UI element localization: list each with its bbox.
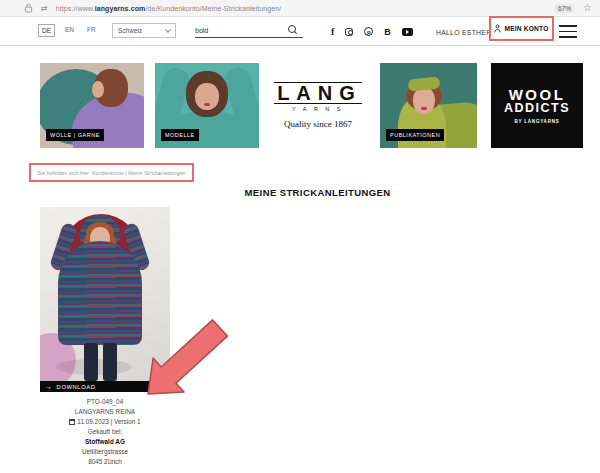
blogger-icon[interactable]: B [384, 27, 391, 37]
pattern-meta: PTO-049_04 LANGYARNS REINA 11.09.2023 | … [20, 397, 190, 467]
wooladdicts-logo-sub: BY LANGYARNS [514, 119, 559, 124]
pinterest-icon[interactable]: p [364, 27, 373, 36]
lang-yarns-logo[interactable]: LANG YARNS Quality since 1867 [272, 63, 364, 148]
lang-logo-wordmark: LANG [274, 82, 362, 104]
tile-modelle-label: MODELLE [161, 129, 199, 141]
zoom-level-badge[interactable]: 67% [555, 4, 574, 13]
lang-logo-yarns: YARNS [288, 106, 348, 112]
download-label: DOWNLOAD [57, 384, 96, 390]
site-navbar: DE EN FR Schweiz f p B HALLO ESTHER! [0, 17, 600, 46]
translate-icon[interactable]: ⇄ [41, 4, 48, 13]
tile-wooladdicts[interactable]: WOOL ADDICTS BY LANGYARNS [491, 63, 583, 148]
page: ⇄ https://www.langyarns.com/de/Kundenkon… [0, 0, 600, 473]
store-street: Uetlibergstrasse [20, 447, 190, 457]
wooladdicts-logo-line1: WOOL [509, 87, 566, 102]
tile-publikationen[interactable]: PUBLIKATIONEN [380, 63, 477, 148]
arrow-right-icon: → [45, 383, 53, 390]
pattern-name: LANGYARNS REINA [20, 407, 190, 417]
facebook-icon[interactable]: f [331, 26, 334, 37]
mein-konto-button[interactable]: MEIN KONTO [494, 24, 548, 33]
pattern-photo[interactable] [40, 207, 170, 381]
model-coat [58, 241, 142, 345]
store-city: 8045 Zürich [20, 457, 190, 467]
page-title: MEINE STRICKANLEITUNGEN [200, 187, 435, 198]
lock-icon [24, 3, 33, 13]
tile-modelle[interactable]: MODELLE [155, 63, 259, 148]
browser-address-bar[interactable]: ⇄ https://www.langyarns.com/de/Kundenkon… [0, 0, 600, 17]
purchased-at-label: Gekauft bei: [20, 427, 190, 437]
store-name: Stoffwald AG [20, 437, 190, 447]
url-text[interactable]: https://www.langyarns.com/de/Kundenkonto… [56, 5, 282, 12]
wooladdicts-logo-line2: ADDICTS [504, 102, 570, 116]
tile-publikationen-label: PUBLIKATIONEN [386, 129, 444, 141]
mein-konto-label: MEIN KONTO [504, 25, 548, 32]
lang-en-button[interactable]: EN [62, 24, 77, 37]
chevron-down-icon [165, 27, 171, 33]
youtube-icon[interactable] [402, 28, 413, 36]
person-icon [494, 24, 501, 33]
search-input[interactable] [195, 27, 287, 34]
tile1-model-face [92, 81, 104, 98]
tile4-model-lips [421, 107, 427, 110]
lang-de-button[interactable]: DE [38, 24, 55, 37]
pattern-date-version: 11.09.2023 | Version 1 [20, 417, 190, 427]
pattern-id: PTO-049_04 [20, 397, 190, 407]
download-button[interactable]: → DOWNLOAD [40, 381, 170, 392]
model-leg [84, 343, 98, 381]
model-leg [103, 343, 117, 381]
country-select-value: Schweiz [118, 27, 142, 34]
search-field [195, 23, 303, 38]
tile2-model-lips [204, 103, 210, 106]
lang-logo-tagline: Quality since 1867 [284, 119, 352, 129]
language-switcher: DE EN FR [38, 24, 99, 37]
tile-wolle-garne-label: WOLLE | GARNE [46, 129, 104, 141]
social-links: f p B [331, 26, 413, 37]
search-icon[interactable] [287, 25, 297, 35]
user-greeting: HALLO ESTHER! [436, 29, 494, 36]
country-select[interactable]: Schweiz [112, 23, 176, 38]
hamburger-menu-icon[interactable] [559, 25, 577, 38]
breadcrumb-highlight-annotation: Sie befinden sich hier: Kundenkonto | Me… [29, 163, 194, 182]
lang-fr-button[interactable]: FR [84, 24, 99, 37]
tile-wolle-garne[interactable]: WOLLE | GARNE [40, 63, 144, 148]
calendar-icon [69, 419, 75, 425]
mein-konto-highlight-annotation: MEIN KONTO [489, 16, 554, 41]
breadcrumb[interactable]: Sie befinden sich hier: Kundenkonto | Me… [37, 170, 185, 176]
instagram-icon[interactable] [345, 28, 353, 36]
pattern-card: → DOWNLOAD [40, 207, 170, 392]
bookmark-star-icon[interactable]: ☆ [583, 3, 592, 13]
